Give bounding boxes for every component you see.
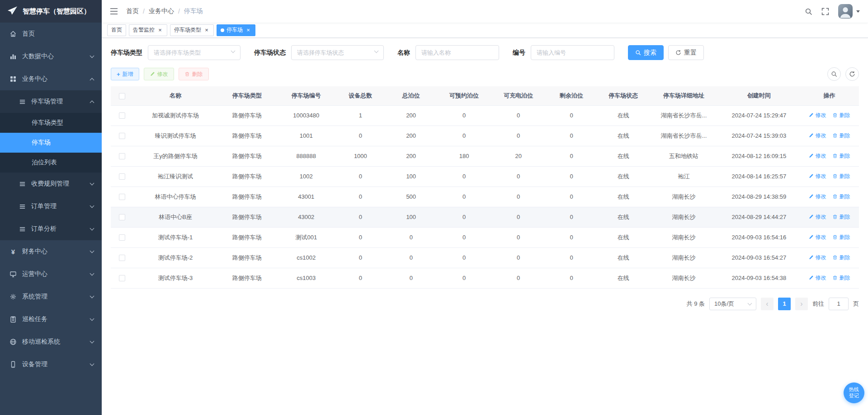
row-delete-button[interactable]: 删除	[832, 254, 850, 261]
row-delete-button[interactable]: 删除	[832, 173, 850, 180]
tag-home[interactable]: 首页	[107, 24, 126, 36]
row-delete-button[interactable]: 删除	[832, 193, 850, 201]
row-checkbox[interactable]	[119, 173, 125, 180]
table-cell: 在线	[597, 187, 649, 207]
hotline-float-button[interactable]: 热线 登记	[844, 382, 864, 403]
column-header: 创建时间	[718, 86, 800, 105]
row-edit-button[interactable]: 修改	[808, 173, 826, 180]
list-icon	[18, 98, 26, 106]
row-edit-button[interactable]: 修改	[808, 112, 826, 119]
row-checkbox-cell	[111, 247, 133, 268]
close-icon[interactable]: ×	[157, 27, 163, 33]
sidebar-item-label: 泊位列表	[32, 159, 57, 167]
sidebar-item-label: 大数据中心	[22, 52, 54, 61]
sidebar-item-order-analysis[interactable]: 订单分析	[0, 218, 102, 240]
page-number-1[interactable]: 1	[778, 298, 791, 310]
next-page-button[interactable]: ›	[795, 298, 808, 310]
sidebar-item-parking-type[interactable]: 停车场类型	[0, 113, 102, 133]
sidebar-item-mobile-inspection[interactable]: 移动巡检系统	[0, 331, 102, 353]
parking-status-select-input[interactable]	[291, 45, 384, 60]
sidebar-item-operations[interactable]: 运营中心	[0, 263, 102, 285]
name-input[interactable]	[415, 45, 499, 60]
prev-page-button[interactable]: ‹	[761, 298, 774, 310]
row-delete-button[interactable]: 删除	[832, 233, 850, 241]
reset-button[interactable]: 重置	[668, 45, 704, 60]
search-button[interactable]: 搜索	[628, 45, 664, 60]
grid-icon	[9, 75, 17, 83]
row-edit-button[interactable]: 修改	[808, 233, 826, 241]
tag-alarm-monitor[interactable]: 告警监控 ×	[129, 24, 167, 36]
sidebar-item-finance[interactable]: ¥ 财务中心	[0, 240, 102, 263]
trash-icon	[832, 153, 838, 159]
refresh-table-button[interactable]	[845, 67, 859, 81]
table-cell: 0	[546, 227, 598, 247]
row-checkbox[interactable]	[119, 255, 125, 261]
user-menu[interactable]	[838, 4, 860, 19]
sidebar-item-parking-mgmt[interactable]: 停车场管理	[0, 90, 102, 113]
code-input[interactable]	[531, 45, 614, 60]
select-all-checkbox[interactable]	[119, 93, 125, 99]
row-edit-button[interactable]: 修改	[808, 274, 826, 282]
row-delete-button[interactable]: 删除	[832, 132, 850, 140]
column-header: 操作	[800, 86, 859, 105]
row-checkbox[interactable]	[119, 194, 125, 200]
row-delete-button[interactable]: 删除	[832, 152, 850, 160]
row-edit-button[interactable]: 修改	[808, 132, 826, 140]
column-header: 可充电泊位	[491, 86, 546, 105]
sidebar-item-business[interactable]: 业务中心	[0, 68, 102, 90]
trash-icon	[184, 71, 190, 77]
toggle-search-button[interactable]	[827, 67, 841, 81]
pencil-icon	[808, 214, 814, 219]
edit-button[interactable]: 修改	[144, 68, 174, 80]
row-checkbox[interactable]	[119, 112, 125, 119]
hamburger-icon[interactable]	[110, 8, 118, 14]
sidebar-item-inspection[interactable]: 巡检任务	[0, 308, 102, 331]
page-size-select[interactable]: 10条/页	[709, 298, 756, 310]
clipboard-icon	[9, 315, 17, 323]
sidebar-item-bigdata[interactable]: 大数据中心	[0, 45, 102, 68]
tag-parking-type[interactable]: 停车场类型 ×	[170, 24, 214, 36]
row-delete-button[interactable]: 删除	[832, 112, 850, 119]
row-delete-button[interactable]: 删除	[832, 213, 850, 221]
table-cell: 0	[546, 146, 598, 166]
row-edit-button[interactable]: 修改	[808, 213, 826, 221]
sidebar-item-home[interactable]: 首页	[0, 23, 102, 45]
add-button[interactable]: + 新增	[111, 68, 139, 80]
table-cell: 100	[385, 207, 437, 227]
table-cell: 0	[546, 166, 598, 187]
row-edit-button[interactable]: 修改	[808, 193, 826, 201]
tag-parking-lot[interactable]: 停车场 ×	[217, 24, 255, 36]
row-checkbox[interactable]	[119, 234, 125, 241]
row-checkbox[interactable]	[119, 153, 125, 159]
sidebar-item-order-mgmt[interactable]: 订单管理	[0, 195, 102, 218]
row-checkbox[interactable]	[119, 133, 125, 139]
parking-status-select[interactable]	[291, 45, 384, 60]
sidebar-item-device[interactable]: 设备管理	[0, 353, 102, 376]
close-icon[interactable]: ×	[245, 27, 251, 33]
row-edit-button[interactable]: 修改	[808, 152, 826, 160]
close-icon[interactable]: ×	[203, 27, 210, 33]
fullscreen-icon[interactable]	[821, 8, 829, 15]
row-checkbox[interactable]	[119, 275, 125, 281]
row-delete-button[interactable]: 删除	[832, 274, 850, 282]
trash-icon	[832, 234, 838, 240]
table-row: 袍江臻识测试路侧停车场10020100000在线袍江2024-08-14 16:…	[111, 166, 859, 187]
parking-type-select-input[interactable]	[148, 45, 241, 60]
pencil-icon	[808, 275, 814, 280]
table-cell: 林语中心B座	[133, 207, 217, 227]
row-checkbox[interactable]	[119, 214, 125, 220]
sidebar-item-berth-list[interactable]: 泊位列表	[0, 153, 102, 173]
sidebar-item-charge-rules[interactable]: 收费规则管理	[0, 173, 102, 195]
parking-type-select[interactable]	[148, 45, 241, 60]
sidebar-item-system[interactable]: 系统管理	[0, 285, 102, 308]
column-header: 停车场编号	[277, 86, 336, 105]
goto-page-input[interactable]	[829, 298, 849, 310]
delete-button[interactable]: 删除	[179, 68, 209, 80]
sidebar-item-parking-lot[interactable]: 停车场	[0, 133, 102, 153]
row-edit-button[interactable]: 修改	[808, 254, 826, 261]
search-icon[interactable]	[805, 8, 812, 15]
table-cell: 路侧停车场	[217, 247, 277, 268]
breadcrumb-business-center[interactable]: 业务中心	[149, 7, 174, 15]
breadcrumb-home[interactable]: 首页	[126, 7, 139, 15]
navbar: 首页 / 业务中心 / 停车场	[102, 0, 868, 23]
